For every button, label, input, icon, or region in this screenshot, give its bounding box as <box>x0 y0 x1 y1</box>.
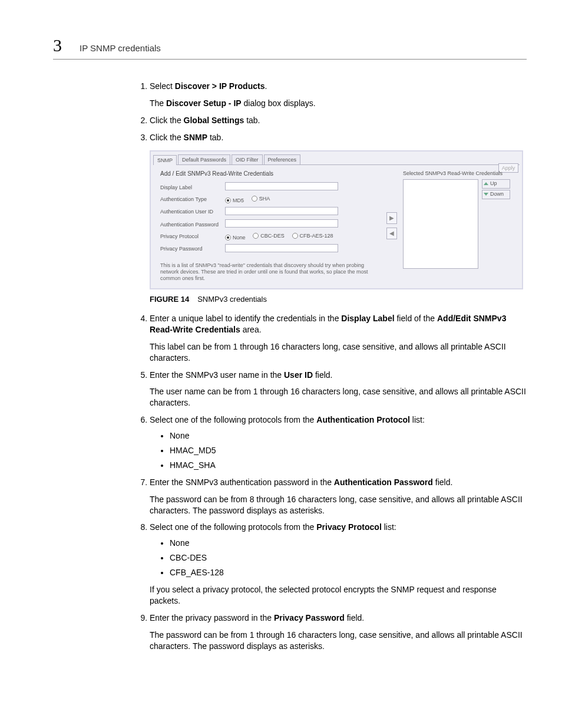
step-1: Select Discover > IP Products. The Disco… <box>150 81 527 109</box>
move-right-button[interactable]: ▶ <box>386 212 397 224</box>
label-auth-type: Authentication Type <box>160 196 225 203</box>
steps-list: Select Discover > IP Products. The Disco… <box>135 81 527 651</box>
input-priv-pw[interactable] <box>225 244 338 252</box>
tab-snmp[interactable]: SNMP <box>153 155 177 164</box>
radio-priv-cfb[interactable]: CFB-AES-128 <box>292 232 333 239</box>
up-button[interactable]: Up <box>482 179 510 189</box>
bullet-none: None <box>170 430 527 442</box>
step-5: Enter the SNMPv3 user name in the User I… <box>150 370 527 409</box>
radio-priv-none[interactable]: None <box>225 234 246 241</box>
step-9: Enter the privacy password in the Privac… <box>150 612 527 652</box>
page-header: 3 IP SNMP credentials <box>53 35 527 60</box>
move-left-button[interactable]: ◀ <box>386 228 397 239</box>
bullet-priv-none: None <box>170 538 527 549</box>
selected-credentials-list[interactable] <box>403 179 478 269</box>
triangle-up-icon <box>484 182 488 185</box>
label-priv-pw: Privacy Password <box>160 245 225 252</box>
input-auth-pw[interactable] <box>225 219 338 228</box>
tab-default-passwords[interactable]: Default Passwords <box>178 154 230 164</box>
down-button[interactable]: Down <box>482 190 510 199</box>
bullet-hmac-sha: HMAC_SHA <box>170 460 527 471</box>
radio-md5[interactable]: MD5 <box>225 197 244 204</box>
right-section-title: Selected SNMPv3 Read-Write Credentials <box>403 170 517 177</box>
figure-14: SNMP Default Passwords OID Filter Prefer… <box>150 150 527 290</box>
credentials-note: This is a list of SNMPv3 "read-write" cr… <box>160 262 378 281</box>
dialog-tabs: SNMP Default Passwords OID Filter Prefer… <box>153 154 520 165</box>
radio-priv-cbcdes[interactable]: CBC-DES <box>253 232 285 239</box>
step-6: Select one of the following protocols fr… <box>150 414 527 471</box>
input-auth-user[interactable] <box>225 207 338 215</box>
step-7: Enter the SNMPv3 authentication password… <box>150 477 527 516</box>
label-display-label: Display Label <box>160 184 225 191</box>
step-2: Click the Global Settings tab. <box>150 115 527 126</box>
chapter-title: IP SNMP credentials <box>80 43 161 53</box>
left-section-title: Add / Edit SNMPv3 Read-Write Credentials <box>160 170 381 178</box>
radio-sha[interactable]: SHA <box>252 195 270 202</box>
bullet-priv-cbcdes: CBC-DES <box>170 552 527 564</box>
tab-preferences[interactable]: Preferences <box>264 154 301 164</box>
step-3: Click the SNMP tab. SNMP Default Passwor… <box>150 132 527 305</box>
input-display-label[interactable] <box>225 182 338 190</box>
tab-oid-filter[interactable]: OID Filter <box>232 154 263 164</box>
figure-caption: FIGURE 14SNMPv3 credentials <box>150 294 527 305</box>
snmp-dialog-screenshot: SNMP Default Passwords OID Filter Prefer… <box>150 150 523 290</box>
step-4: Enter a unique label to identify the cre… <box>150 313 527 364</box>
chapter-number: 3 <box>53 35 62 55</box>
label-auth-pw: Authentication Password <box>160 221 225 228</box>
content: Select Discover > IP Products. The Disco… <box>135 81 527 651</box>
label-priv-proto: Privacy Protocol <box>160 233 225 240</box>
triangle-down-icon <box>484 193 488 196</box>
bullet-hmac-md5: HMAC_MD5 <box>170 445 527 456</box>
label-auth-user: Authentication User ID <box>160 208 225 215</box>
step-8: Select one of the following protocols fr… <box>150 522 527 606</box>
bullet-priv-cfb: CFB_AES-128 <box>170 567 527 578</box>
